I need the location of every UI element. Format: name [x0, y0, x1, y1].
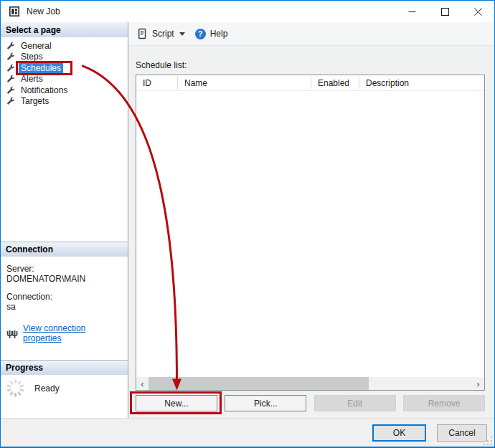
sidebar-item-targets[interactable]: Targets — [1, 96, 128, 108]
horizontal-scrollbar[interactable]: ‹ › — [136, 377, 484, 390]
maximize-icon — [441, 8, 449, 16]
new-button[interactable]: New... — [136, 395, 217, 411]
remove-button: Remove — [403, 395, 485, 411]
server-value: DOMENATOR\MAIN — [6, 274, 122, 284]
select-a-page-header: Select a page — [1, 22, 128, 37]
wrench-icon — [6, 64, 15, 72]
progress-spinner-icon — [6, 378, 25, 418]
connection-info: Server: DOMENATOR\MAIN Connection: sa ψψ… — [1, 257, 128, 360]
main-panel: Script ? Help Schedule list: ID Name Ena… — [128, 22, 494, 418]
schedule-table-header: ID Name Enabled Description — [136, 75, 484, 91]
sidebar-item-label: Notifications — [19, 85, 70, 95]
wrench-icon — [6, 97, 15, 105]
sidebar-item-alerts[interactable]: Alerts — [1, 74, 128, 85]
scrollbar-track[interactable] — [148, 377, 472, 390]
resize-grip[interactable] — [484, 437, 493, 446]
cancel-button[interactable]: Cancel — [437, 424, 487, 442]
pick-button[interactable]: Pick... — [225, 395, 306, 411]
close-icon — [474, 8, 482, 16]
sidebar-spacer — [1, 107, 128, 242]
scroll-left-icon[interactable]: ‹ — [136, 377, 148, 390]
sidebar-item-label: Steps — [19, 52, 45, 62]
script-dropdown-caret-icon[interactable] — [179, 32, 185, 39]
progress-header: Progress — [1, 360, 128, 375]
schedule-buttons-row: New... Pick... Edit Remove — [136, 395, 485, 411]
close-button[interactable] — [461, 1, 494, 22]
sidebar-item-schedules[interactable]: Schedules — [1, 62, 128, 74]
dialog-footer: OK Cancel — [1, 418, 494, 447]
toolbar: Script ? Help — [128, 22, 494, 46]
script-icon — [136, 28, 148, 39]
schedule-table-body-empty — [136, 91, 484, 377]
titlebar: New Job — [1, 1, 494, 22]
progress-status: Ready — [34, 383, 60, 418]
sidebar-item-label: General — [19, 41, 54, 51]
column-header-id[interactable]: ID — [136, 75, 178, 90]
wrench-icon — [6, 52, 15, 61]
page-list: General Steps Schedules Alerts Notificat… — [1, 37, 128, 107]
ok-button[interactable]: OK — [372, 424, 426, 442]
connection-label: Connection: — [6, 292, 122, 302]
sidebar-item-label: Targets — [19, 96, 51, 106]
help-button[interactable]: Help — [210, 29, 228, 39]
scroll-right-icon[interactable]: › — [472, 377, 484, 390]
wrench-icon — [6, 42, 15, 50]
connection-value: sa — [6, 302, 122, 312]
help-icon: ? — [195, 29, 206, 39]
script-button[interactable]: Script — [152, 29, 174, 39]
schedule-list-box: ID Name Enabled Description ‹ › — [136, 75, 485, 391]
connection-properties-icon: ψψ — [6, 328, 16, 338]
dialog-icon — [9, 6, 19, 16]
edit-button: Edit — [314, 395, 396, 411]
sidebar-item-label-selected: Schedules — [19, 63, 63, 73]
maximize-button[interactable] — [428, 1, 461, 22]
wrench-icon — [6, 86, 15, 95]
connection-header: Connection — [1, 242, 128, 257]
window-title: New Job — [27, 6, 60, 16]
column-header-name[interactable]: Name — [178, 75, 311, 90]
scrollbar-thumb[interactable] — [148, 377, 369, 390]
schedules-page-content: Schedule list: ID Name Enabled Descripti… — [128, 46, 494, 418]
schedule-list-label: Schedule list: — [136, 60, 485, 70]
view-connection-properties-link[interactable]: View connection properties — [23, 323, 122, 343]
sidebar-item-general[interactable]: General — [1, 40, 128, 52]
sidebar-item-notifications[interactable]: Notifications — [1, 85, 128, 96]
new-job-dialog: New Job Select a page General — [0, 0, 495, 448]
sidebar-item-label: Alerts — [19, 74, 45, 84]
minimize-button[interactable] — [395, 1, 428, 22]
column-header-enabled[interactable]: Enabled — [311, 75, 359, 90]
sidebar: Select a page General Steps Schedules Al… — [1, 22, 128, 418]
server-label: Server: — [6, 264, 122, 274]
progress-body: Ready — [1, 375, 128, 418]
window-controls — [395, 1, 494, 22]
wrench-icon — [6, 75, 15, 83]
minimize-icon — [408, 8, 416, 16]
column-header-description[interactable]: Description — [359, 75, 484, 90]
sidebar-item-steps[interactable]: Steps — [1, 52, 128, 63]
